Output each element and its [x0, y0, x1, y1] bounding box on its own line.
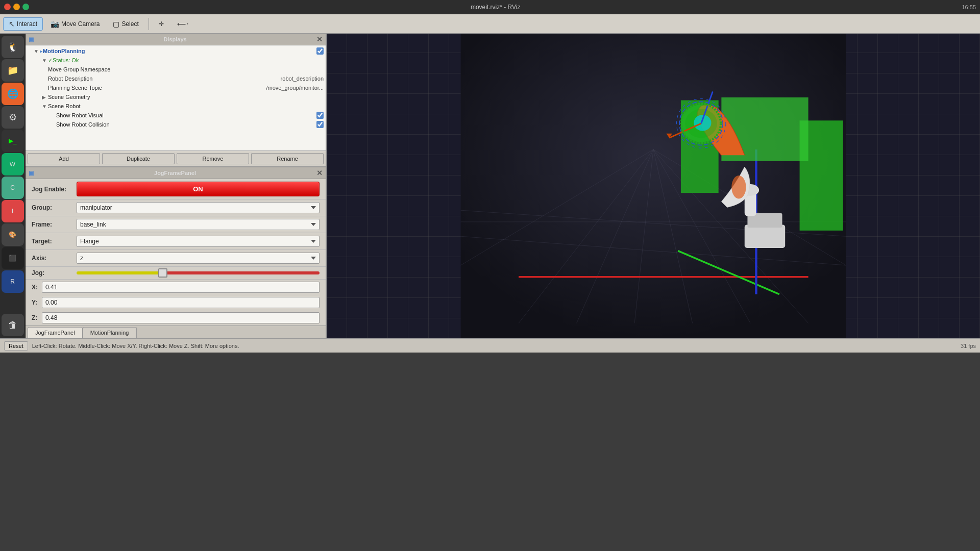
motion-planning-item[interactable]: ▼ ▸ MotionPlanning — [26, 46, 326, 56]
interact-button[interactable]: ↖ Interact — [3, 17, 43, 31]
dock-settings[interactable]: ⚙ — [2, 106, 24, 129]
move-group-ns-item[interactable]: Move Group Namespace — [26, 65, 326, 74]
expand-arrow: ▼ — [34, 48, 40, 54]
dock-rviz[interactable]: R — [2, 270, 24, 293]
planning-scene-item[interactable]: Planning Scene Topic /move_group/monitor… — [26, 83, 326, 92]
scene-svg — [327, 34, 980, 338]
robot-desc-item[interactable]: Robot Description robot_description — [26, 74, 326, 83]
interact-tool-2[interactable]: ✛ — [153, 18, 169, 30]
show-robot-collision-checkbox[interactable] — [316, 121, 324, 128]
statusbar: Reset Left-Click: Rotate. Middle-Click: … — [0, 338, 980, 353]
fps-counter: 31 fps — [961, 343, 976, 349]
3d-viewport[interactable] — [327, 34, 980, 338]
jog-panel-icon: ▣ — [29, 170, 34, 177]
jog-slider-label: Jog: — [32, 269, 72, 277]
group-select[interactable]: manipulator — [77, 202, 320, 213]
displays-header: ▣ Displays ✕ — [26, 34, 326, 45]
minimize-button[interactable] — [13, 4, 20, 10]
move-camera-button[interactable]: 📷 Move Camera — [45, 17, 105, 31]
tab-motion-planning[interactable]: MotionPlanning — [83, 327, 137, 338]
displays-title: Displays — [163, 36, 186, 42]
status-item[interactable]: ▼ ✓ Status: Ok — [26, 56, 326, 65]
group-label: Group: — [32, 204, 72, 211]
x-input[interactable] — [42, 282, 320, 293]
toolbar-sep-1 — [149, 18, 149, 30]
dock-terminal2[interactable]: ⬛ — [2, 247, 24, 269]
scene-geometry-item[interactable]: ▶ Scene Geometry — [26, 92, 326, 102]
planning-scene-label: Planning Scene Topic — [48, 85, 266, 91]
show-robot-collision-label: Show Robot Collision — [56, 121, 316, 128]
displays-icon: ▣ — [29, 36, 34, 43]
tab-jog-frame[interactable]: JogFramePanel — [28, 327, 83, 338]
show-robot-visual-item[interactable]: Show Robot Visual — [26, 111, 326, 120]
ubuntu-dock: 🐧 📁 🌐 ⚙ ▶_ W C I 🎨 ⬛ R 🗑 — [0, 34, 26, 338]
show-robot-visual-label: Show Robot Visual — [56, 112, 316, 118]
dock-ubuntu[interactable]: 🐧 — [2, 36, 24, 58]
interact-tool-3[interactable]: ⟵⬝ — [172, 18, 195, 30]
svg-rect-0 — [461, 34, 846, 338]
axis-select[interactable]: z — [77, 253, 320, 264]
displays-buttons: Add Duplicate Remove Rename — [26, 151, 326, 166]
status-label: Status: Ok — [53, 57, 324, 63]
jog-enable-label: Jog Enable: — [32, 186, 72, 193]
frame-row: Frame: base_link — [26, 216, 326, 233]
dock-firefox[interactable]: 🌐 — [2, 83, 24, 105]
viewport-content — [327, 34, 980, 338]
jog-enable-button[interactable]: ON — [77, 182, 320, 196]
frame-select[interactable]: base_link — [77, 219, 320, 230]
show-robot-visual-checkbox[interactable] — [316, 112, 324, 119]
dock-trash[interactable]: 🗑 — [2, 314, 24, 336]
show-robot-collision-item[interactable]: Show Robot Collision — [26, 120, 326, 129]
arrow-icon: ⟵⬝ — [177, 20, 189, 28]
target-select[interactable]: Flange — [77, 236, 320, 247]
move-group-ns-label: Move Group Namespace — [48, 66, 324, 72]
planning-scene-value: /move_group/monitor... — [266, 85, 324, 91]
jog-frame-panel: ▣ JogFramePanel ✕ Jog Enable: ON Group: … — [26, 167, 326, 338]
group-row: Group: manipulator — [26, 199, 326, 216]
dock-theme[interactable]: 🎨 — [2, 223, 24, 246]
jog-panel-header: ▣ JogFramePanel ✕ — [26, 167, 326, 179]
dock-terminal[interactable]: ▶_ — [2, 130, 24, 152]
tab-bar: JogFramePanel MotionPlanning — [26, 325, 326, 338]
dock-impress[interactable]: I — [2, 200, 24, 222]
axis-row: Axis: z — [26, 250, 326, 267]
status-arrow: ▼ — [42, 58, 48, 63]
x-label: X: — [32, 284, 42, 291]
jog-slider-row: Jog: — [26, 267, 326, 280]
scene-geometry-label: Scene Geometry — [48, 94, 324, 100]
close-button[interactable] — [4, 4, 11, 10]
jog-slider[interactable] — [77, 271, 320, 274]
scene-robot-label: Scene Robot — [48, 103, 324, 109]
y-input[interactable] — [42, 297, 320, 308]
displays-close[interactable]: ✕ — [316, 35, 323, 43]
duplicate-button[interactable]: Duplicate — [102, 153, 175, 164]
robot-base — [745, 225, 785, 248]
motion-planning-checkbox[interactable] — [316, 47, 324, 55]
dock-files[interactable]: 📁 — [2, 59, 24, 82]
robot-desc-value: robot_description — [281, 76, 324, 82]
target-label: Target: — [32, 238, 72, 245]
y-row: Y: — [26, 295, 326, 310]
window-controls[interactable] — [4, 4, 29, 10]
dock-writer[interactable]: W — [2, 153, 24, 176]
dock-calc[interactable]: C — [2, 177, 24, 199]
status-check-icon: ✓ — [48, 57, 53, 64]
remove-button[interactable]: Remove — [177, 153, 249, 164]
sg-arrow: ▶ — [42, 94, 48, 100]
rename-button[interactable]: Rename — [251, 153, 324, 164]
z-input[interactable] — [42, 312, 320, 323]
empty-area — [26, 130, 326, 151]
main-content: 🐧 📁 🌐 ⚙ ▶_ W C I 🎨 ⬛ R 🗑 ▣ Displays ✕ ▼ … — [0, 34, 980, 338]
jog-panel-close[interactable]: ✕ — [316, 169, 323, 177]
add-button[interactable]: Add — [28, 153, 100, 164]
reset-button[interactable]: Reset — [4, 341, 28, 350]
jog-enable-row: Jog Enable: ON — [26, 179, 326, 199]
sr-arrow: ▼ — [42, 104, 48, 109]
axis-label: Axis: — [32, 255, 72, 262]
time-display: 16:55 — [962, 4, 976, 10]
maximize-button[interactable] — [22, 4, 29, 10]
scene-robot-item[interactable]: ▼ Scene Robot — [26, 102, 326, 111]
x-row: X: — [26, 280, 326, 295]
interact-label: Interact — [17, 20, 37, 28]
select-button[interactable]: ▢ Select — [107, 17, 144, 31]
